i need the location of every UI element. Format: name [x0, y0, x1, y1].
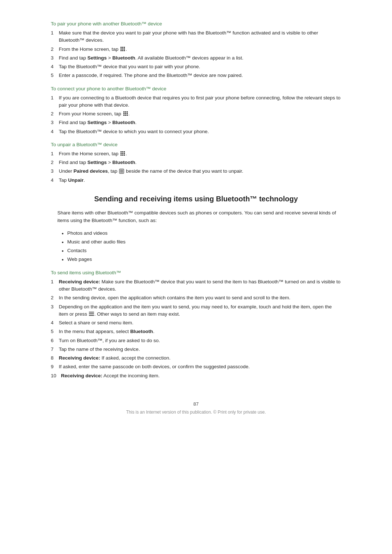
- main-section-heading: Sending and receiving items using Blueto…: [51, 195, 341, 203]
- connect-section: To connect your phone to another Bluetoo…: [51, 86, 341, 135]
- svg-rect-8: [124, 50, 125, 51]
- pair-step-5: 5 Enter a passcode, if required. The pho…: [51, 72, 341, 79]
- svg-rect-4: [122, 48, 123, 49]
- send-section-heading: To send items using Bluetooth™: [51, 270, 341, 275]
- settings-icon: [119, 169, 124, 174]
- svg-rect-0: [121, 47, 122, 48]
- unpair-section: To unpair a Bluetooth™ device 1 From the…: [51, 142, 341, 184]
- svg-rect-32: [89, 313, 94, 314]
- bullet-item-2: Music and other audio files: [62, 238, 341, 246]
- unpair-step-2: 2 Find and tap Settings > Bluetooth.: [51, 159, 341, 166]
- pair-section-heading: To pair your phone with another Bluetoot…: [51, 21, 341, 26]
- grid-icon-2: [123, 111, 128, 116]
- svg-rect-2: [124, 47, 125, 48]
- svg-rect-13: [125, 113, 126, 114]
- svg-rect-10: [125, 111, 126, 112]
- bullet-item-4: Web pages: [62, 256, 341, 263]
- pair-step-3: 3 Find and tap Settings > Bluetooth. All…: [51, 54, 341, 62]
- bullet-item-3: Contacts: [62, 247, 341, 255]
- pair-step-2: 2 From the Home screen, tap .: [51, 46, 341, 53]
- grid-icon-3: [120, 151, 125, 156]
- send-step-8: 8 Receiving device: If asked, accept the…: [51, 354, 341, 362]
- bullet-item-1: Photos and videos: [62, 230, 341, 237]
- send-step-9: 9 If asked, enter the same passcode on b…: [51, 363, 341, 370]
- unpair-steps-list: 1 From the Home screen, tap . 2 Find and…: [51, 150, 341, 184]
- connect-steps-list: 1 If you are connecting to a Bluetooth d…: [51, 94, 341, 135]
- items-list: Photos and videos Music and other audio …: [62, 230, 341, 263]
- svg-rect-20: [124, 151, 125, 152]
- svg-rect-5: [124, 48, 125, 49]
- svg-rect-19: [122, 151, 123, 152]
- grid-icon: [120, 46, 125, 52]
- send-step-4: 4 Select a share or send menu item.: [51, 319, 341, 327]
- svg-rect-15: [123, 115, 124, 116]
- svg-rect-23: [124, 153, 125, 154]
- connect-step-2: 2 From your Home screen, tap .: [51, 110, 341, 118]
- page: To pair your phone with another Bluetoot…: [0, 0, 392, 554]
- svg-rect-6: [121, 50, 122, 51]
- unpair-step-4: 4 Tap Unpair.: [51, 177, 341, 184]
- svg-rect-11: [127, 111, 128, 112]
- pair-step-1: 1 Make sure that the device you want to …: [51, 29, 341, 44]
- svg-rect-14: [127, 113, 128, 114]
- pair-steps-list: 1 Make sure that the device you want to …: [51, 29, 341, 79]
- svg-rect-31: [89, 312, 94, 313]
- svg-rect-1: [122, 47, 123, 48]
- footer-note: This is an Internet version of this publ…: [51, 410, 341, 415]
- main-section: Sending and receiving items using Blueto…: [51, 195, 341, 263]
- svg-rect-21: [121, 153, 122, 154]
- connect-step-3: 3 Find and tap Settings > Bluetooth.: [51, 119, 341, 126]
- footer-page-number: 87: [51, 401, 341, 407]
- unpair-step-1: 1 From the Home screen, tap .: [51, 150, 341, 157]
- send-step-5: 5 In the menu that appears, select Bluet…: [51, 328, 341, 335]
- connect-step-4: 4 Tap the Bluetooth™ device to which you…: [51, 128, 341, 135]
- send-step-1: 1 Receiving device: Make sure the Blueto…: [51, 278, 341, 293]
- send-step-10: 10 Receiving device: Accept the incoming…: [51, 372, 341, 379]
- svg-rect-16: [125, 115, 126, 116]
- svg-rect-7: [122, 50, 123, 51]
- svg-rect-28: [120, 170, 123, 170]
- svg-rect-29: [120, 171, 123, 171]
- svg-rect-18: [121, 151, 122, 152]
- pair-section: To pair your phone with another Bluetoot…: [51, 21, 341, 79]
- svg-rect-9: [123, 111, 124, 112]
- send-steps-list: 1 Receiving device: Make sure the Blueto…: [51, 278, 341, 379]
- intro-text: Share items with other Bluetooth™ compat…: [57, 209, 341, 225]
- send-step-3: 3 Depending on the application and the i…: [51, 303, 341, 318]
- svg-rect-24: [121, 155, 122, 156]
- menu-icon: [89, 311, 94, 316]
- connect-section-heading: To connect your phone to another Bluetoo…: [51, 86, 341, 91]
- svg-rect-3: [121, 48, 122, 49]
- unpair-section-heading: To unpair a Bluetooth™ device: [51, 142, 341, 147]
- svg-rect-30: [120, 172, 123, 172]
- svg-rect-26: [124, 155, 125, 156]
- svg-rect-33: [89, 315, 94, 316]
- send-step-2: 2 In the sending device, open the applic…: [51, 294, 341, 301]
- svg-rect-25: [122, 155, 123, 156]
- svg-rect-22: [122, 153, 123, 154]
- connect-step-1: 1 If you are connecting to a Bluetooth d…: [51, 94, 341, 109]
- send-section: To send items using Bluetooth™ 1 Receivi…: [51, 270, 341, 379]
- svg-rect-12: [123, 113, 124, 114]
- svg-rect-17: [127, 115, 128, 116]
- pair-step-4: 4 Tap the Bluetooth™ device that you wan…: [51, 63, 341, 70]
- unpair-step-3: 3 Under Paired devices, tap beside the n…: [51, 168, 341, 175]
- send-step-6: 6 Turn on Bluetooth™, if you are asked t…: [51, 337, 341, 344]
- send-step-7: 7 Tap the name of the receiving device.: [51, 346, 341, 353]
